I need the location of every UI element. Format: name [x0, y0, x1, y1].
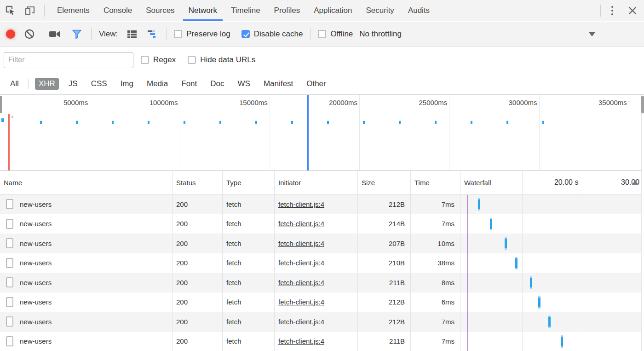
cell-initiator: fetch-client.js:4 [275, 332, 358, 351]
column-header-label: Type [226, 179, 242, 187]
more-options-icon[interactable] [604, 3, 620, 18]
size-value: 212B [389, 318, 405, 326]
type-filter-all[interactable]: All [6, 78, 23, 90]
column-header-size[interactable]: Size [358, 171, 411, 194]
table-row[interactable]: new-users200fetchfetch-client.js:4211B7m… [0, 332, 644, 351]
throttling-caret-icon[interactable] [589, 32, 595, 36]
tab-security[interactable]: Security [359, 0, 401, 21]
view-list-icon[interactable] [124, 26, 140, 42]
initiator-link[interactable]: fetch-client.js:4 [278, 200, 324, 208]
filter-funnel-icon[interactable] [69, 26, 85, 42]
cell-name: new-users [0, 214, 172, 234]
table-row[interactable]: new-users200fetchfetch-client.js:4212B7m… [0, 194, 644, 214]
close-icon[interactable] [625, 3, 640, 18]
disable-cache-label: Disable cache [254, 29, 303, 39]
cell-type: fetch [223, 312, 275, 332]
column-header-waterfall[interactable]: Waterfall20.00 s30.00 [460, 171, 644, 194]
regex-toggle[interactable]: Regex [141, 55, 176, 64]
column-header-label: Status [176, 179, 196, 187]
time-value: 7ms [442, 200, 454, 208]
cell-name: new-users [0, 332, 172, 351]
toolbar-divider [43, 28, 43, 40]
initiator-link[interactable]: fetch-client.js:4 [278, 279, 324, 287]
capture-screenshots-icon[interactable] [47, 26, 63, 42]
initiator-link[interactable]: fetch-client.js:4 [278, 318, 324, 326]
table-row[interactable]: new-users200fetchfetch-client.js:4210B38… [0, 253, 644, 273]
type-filter-xhr[interactable]: XHR [35, 78, 59, 90]
initiator-link[interactable]: fetch-client.js:4 [278, 259, 324, 267]
time-value: 7ms [442, 318, 454, 326]
time-value: 10ms [437, 240, 454, 247]
toolbar-divider [44, 5, 45, 17]
initiator-link[interactable]: fetch-client.js:4 [278, 337, 324, 345]
preserve-log-toggle[interactable]: Preserve log [174, 29, 230, 39]
toolbar-divider [167, 28, 167, 40]
resource-doc-icon [6, 238, 13, 248]
hide-data-urls-checkbox[interactable] [188, 56, 196, 64]
column-header-initiator[interactable]: Initiator [275, 171, 358, 194]
table-row[interactable]: new-users200fetchfetch-client.js:4211B8m… [0, 273, 644, 292]
table-row[interactable]: new-users200fetchfetch-client.js:4207B10… [0, 234, 644, 253]
column-header-status[interactable]: Status [172, 171, 223, 194]
column-header-name[interactable]: Name [0, 171, 172, 194]
size-value: 210B [389, 259, 405, 267]
tab-sources[interactable]: Sources [139, 0, 181, 21]
initiator-link[interactable]: fetch-client.js:4 [278, 240, 324, 247]
cell-size: 210B [358, 253, 411, 273]
type-filter-js[interactable]: JS [65, 78, 81, 90]
filter-input[interactable] [4, 52, 133, 68]
table-row[interactable]: new-users200fetchfetch-client.js:4212B6m… [0, 292, 644, 312]
cell-initiator: fetch-client.js:4 [275, 234, 358, 253]
table-row[interactable]: new-users200fetchfetch-client.js:4214B7m… [0, 214, 644, 234]
preserve-log-checkbox[interactable] [174, 30, 182, 38]
record-button[interactable] [6, 29, 15, 39]
timeline-overview[interactable]: 5000ms10000ms15000ms20000ms25000ms30000m… [0, 95, 644, 171]
tab-profiles[interactable]: Profiles [267, 0, 307, 21]
type-filter-other[interactable]: Other [303, 78, 330, 90]
table-body: new-users200fetchfetch-client.js:4212B7m… [0, 194, 644, 351]
tab-application[interactable]: Application [307, 0, 359, 21]
tab-elements[interactable]: Elements [50, 0, 97, 21]
column-header-time[interactable]: Time [411, 171, 460, 194]
disable-cache-toggle[interactable]: Disable cache [242, 29, 303, 39]
overview-request-dot [148, 121, 150, 124]
type-filter-divider [29, 79, 29, 89]
size-value: 212B [389, 200, 405, 208]
disable-cache-checkbox[interactable] [242, 30, 250, 38]
status-value: 200 [176, 259, 188, 267]
cell-size: 212B [358, 312, 411, 332]
view-waterfall-icon[interactable] [145, 26, 161, 42]
type-value: fetch [226, 240, 242, 247]
tab-audits[interactable]: Audits [401, 0, 437, 21]
initiator-link[interactable]: fetch-client.js:4 [278, 220, 324, 228]
table-row[interactable]: new-users200fetchfetch-client.js:4212B7m… [0, 312, 644, 332]
type-filter-css[interactable]: CSS [87, 78, 111, 90]
cell-name: new-users [0, 312, 172, 332]
initiator-link[interactable]: fetch-client.js:4 [278, 298, 324, 306]
scrollbar-track[interactable] [641, 95, 644, 351]
type-filter-manifest[interactable]: Manifest [260, 78, 297, 90]
type-filter-font[interactable]: Font [178, 78, 201, 90]
tab-console[interactable]: Console [97, 0, 139, 21]
type-filter-img[interactable]: Img [117, 78, 137, 90]
overview-left-handle[interactable] [0, 96, 2, 113]
regex-checkbox[interactable] [141, 56, 149, 64]
inspect-element-icon[interactable] [3, 3, 18, 18]
offline-checkbox[interactable] [318, 30, 326, 38]
type-filter-doc[interactable]: Doc [207, 78, 228, 90]
overview-first-request-dot [1, 118, 4, 122]
tab-timeline[interactable]: Timeline [224, 0, 267, 21]
scrollbar-thumb[interactable] [641, 96, 644, 113]
hide-data-urls-toggle[interactable]: Hide data URLs [188, 55, 255, 64]
type-filter-ws[interactable]: WS [234, 78, 254, 90]
overview-gray-dot [12, 116, 13, 118]
device-toolbar-icon[interactable] [22, 3, 38, 18]
column-header-type[interactable]: Type [223, 171, 275, 194]
tab-network[interactable]: Network [182, 0, 224, 21]
clear-icon[interactable] [22, 26, 37, 42]
offline-toggle[interactable]: Offline [318, 29, 353, 39]
type-filter-media[interactable]: Media [143, 78, 172, 90]
time-value: 7ms [442, 337, 454, 345]
dom-content-loaded-marker [467, 195, 468, 351]
throttling-select[interactable]: No throttling [359, 29, 402, 39]
